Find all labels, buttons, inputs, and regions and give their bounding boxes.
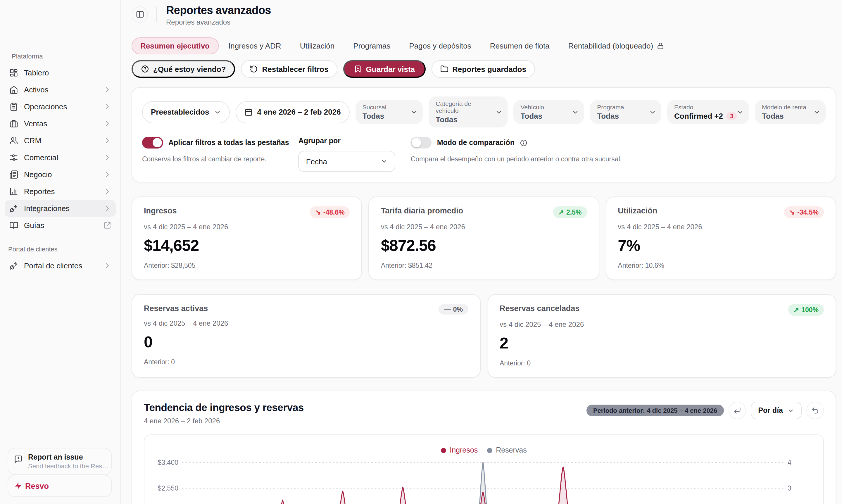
tab-resumen-de-flota[interactable]: Resumen de flota (481, 37, 558, 54)
header-divider (156, 7, 157, 22)
tab-utilizacion[interactable]: Utilización (291, 37, 343, 54)
sidebar-toggle-button[interactable] (131, 6, 148, 22)
group-by-select[interactable]: Fecha (299, 151, 396, 172)
users-icon (10, 136, 18, 145)
trend-chart: $3,4004$2,5503$1,7002 (144, 435, 824, 504)
sidebar-item-operaciones[interactable]: Operaciones (5, 98, 116, 115)
saved-reports-button[interactable]: Reportes guardados (431, 60, 535, 78)
rotate-ccw-icon (250, 65, 258, 73)
brand-card[interactable]: Resvo (7, 475, 112, 497)
sidebar-item-guias[interactable]: Guías (5, 217, 116, 234)
filter-estado[interactable]: Estado Confirmed +2 3 (667, 100, 749, 124)
trend-down-icon: ↘ (789, 208, 795, 216)
compare-return-button[interactable] (728, 402, 746, 419)
kpi-value: 7% (618, 237, 824, 255)
chart-column-icon (10, 187, 18, 196)
previous-period-badge: Periodo anterior: 4 dic 2025 – 4 ene 202… (587, 404, 723, 416)
kpi-value: $872.56 (381, 237, 587, 255)
svg-text:$2,550: $2,550 (158, 484, 178, 492)
sidebar-item-label: Integraciones (24, 204, 104, 213)
trend-chart-panel: $3,4004$2,5503$1,7002 Ingresos Reservas (144, 434, 824, 504)
delta-badge: —0% (439, 304, 468, 314)
page-header: Reportes avanzados Reportes avanzados (131, 0, 842, 29)
trend-section: Tendencia de ingresos y reservas 4 ene 2… (131, 391, 836, 504)
tab-pagos-y-depositos[interactable]: Pagos y depósitos (400, 37, 480, 54)
reset-filters-button[interactable]: Restablecer filtros (241, 60, 337, 78)
trend-down-icon: ↘ (316, 208, 321, 216)
tab-programas[interactable]: Programas (344, 37, 399, 54)
kpi-previous: Anterior: 0 (144, 358, 468, 365)
filter-sucursal[interactable]: Sucursal Todas (356, 100, 423, 124)
filter-vehiculo[interactable]: Vehículo Todas (514, 100, 584, 124)
newspaper-icon (10, 170, 18, 179)
sidebar-item-portal-de-clientes[interactable]: Portal de clientes (5, 257, 116, 274)
bookmark-plus-icon (354, 65, 362, 73)
chevron-down-icon (788, 407, 794, 414)
report-issue-subtitle: Send feedback to the Resvo... (28, 463, 110, 469)
chart-legend: Ingresos Reservas (144, 446, 823, 454)
apply-all-group: Aplicar filtros a todas las pestañas Con… (142, 137, 289, 172)
kpi-value: 0 (144, 333, 468, 352)
trend-up-icon: ↗ (793, 306, 799, 314)
corner-down-left-icon (733, 406, 741, 415)
sidebar-item-tablero[interactable]: Tablero (5, 64, 116, 81)
legend-reservas[interactable]: Reservas (487, 446, 527, 454)
sidebar-item-activos[interactable]: Activos (5, 81, 116, 98)
comparison-description: Compara el desempeño con un periodo ante… (411, 156, 622, 163)
report-tabs: Resumen ejecutivo Ingresos y ADR Utiliza… (131, 37, 836, 54)
sidebar-item-label: Tablero (24, 68, 111, 77)
compare-group: Modo de comparación Compara el desempeño… (411, 137, 622, 172)
delta-badge: ↘-34.5% (784, 206, 824, 218)
kpi-card-ingresos: Ingresos ↘-48.6% vs 4 dic 2025 – 4 ene 2… (131, 196, 362, 280)
apply-filters-toggle[interactable] (142, 137, 163, 148)
kpi-value: $14,652 (144, 237, 350, 255)
sidebar-item-comercial[interactable]: Comercial (5, 149, 116, 166)
granularity-select[interactable]: Por día (751, 402, 802, 419)
sidebar-item-integraciones[interactable]: Integraciones (5, 200, 116, 217)
app-root: Plataforma Tablero Activos Operaciones V… (0, 0, 842, 504)
reservas-dot-icon (487, 448, 492, 453)
sidebar-item-ventas[interactable]: Ventas (5, 115, 116, 132)
report-issue-card[interactable]: Report an issue Send feedback to the Res… (7, 448, 112, 475)
kpi-card-tarifa-diaria: Tarifa diaria promedio ↗2.5% vs 4 dic 20… (369, 196, 599, 280)
sidebar-item-negocio[interactable]: Negocio (5, 166, 116, 183)
filter-modelo-renta[interactable]: Modelo de renta Todas (755, 100, 826, 124)
plug-zap-icon (10, 262, 18, 270)
presets-dropdown[interactable]: Preestablecidos (142, 101, 230, 123)
sidebar-item-reportes[interactable]: Reportes (5, 183, 116, 200)
what-am-i-seeing-button[interactable]: ¿Qué estoy viendo? (131, 60, 235, 78)
book-open-icon (10, 221, 18, 230)
sidebar-item-crm[interactable]: CRM (5, 132, 116, 149)
chevron-right-icon (104, 188, 111, 195)
filter-programa[interactable]: Programa Todas (590, 100, 661, 124)
trend-title: Tendencia de ingresos y reservas (144, 402, 304, 414)
sidebar-item-label: Negocio (24, 170, 104, 179)
kpi-row-2: Reservas activas —0% vs 4 dic 2025 – 4 e… (131, 294, 836, 378)
tab-resumen-ejecutivo[interactable]: Resumen ejecutivo (131, 37, 218, 54)
date-range-picker[interactable]: 4 ene 2026 – 2 feb 2026 (235, 101, 350, 123)
legend-ingresos[interactable]: Ingresos (441, 446, 478, 454)
sidebar-item-label: Activos (24, 85, 104, 94)
sidebar-section-portal: Portal de clientes (8, 246, 58, 253)
lock-icon (657, 42, 664, 50)
message-warning-icon (14, 455, 23, 464)
sidebar-item-label: Reportes (24, 187, 104, 196)
chevron-right-icon (104, 103, 111, 110)
svg-text:$3,400: $3,400 (158, 459, 178, 466)
tab-rentabilidad[interactable]: Rentabilidad (bloqueado) (560, 37, 673, 54)
filter-categoria-vehiculo[interactable]: Categoría de vehículo Todas (429, 96, 507, 127)
help-circle-icon (141, 65, 149, 73)
delta-badge: ↗2.5% (553, 206, 587, 218)
calendar-icon (244, 108, 252, 116)
sidebar-item-label: Comercial (24, 153, 104, 162)
save-view-button[interactable]: Guardar vista (343, 60, 425, 78)
tab-ingresos-y-adr[interactable]: Ingresos y ADR (219, 37, 290, 54)
undo-button[interactable] (806, 402, 824, 419)
kpi-card-reservas-canceladas: Reservas canceladas ↗100% vs 4 dic 2025 … (487, 294, 836, 378)
page-subtitle: Reportes avanzados (166, 18, 271, 26)
brand-name: Resvo (25, 482, 49, 490)
comparison-mode-toggle[interactable] (411, 137, 432, 148)
plug-zap-icon (10, 204, 18, 213)
trend-flat-icon: — (444, 306, 451, 313)
bolt-icon (14, 482, 22, 490)
